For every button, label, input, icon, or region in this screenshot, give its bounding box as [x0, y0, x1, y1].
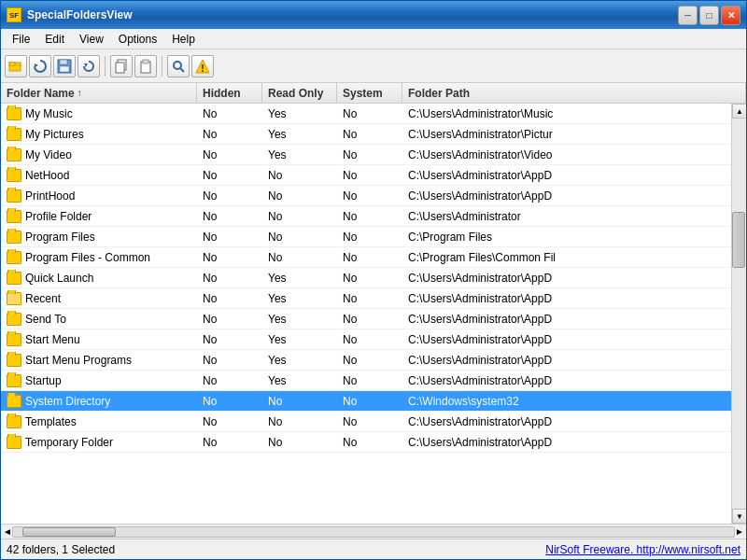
cell-readonly: No: [262, 229, 337, 245]
table-row[interactable]: Recent No Yes No C:\Users\Administrator\…: [1, 288, 731, 309]
cell-system: No: [337, 270, 402, 287]
table-row[interactable]: My Pictures No Yes No C:\Users\Administr…: [1, 124, 731, 145]
hscroll-track[interactable]: [12, 526, 735, 538]
table-row[interactable]: Start Menu Programs No Yes No C:\Users\A…: [1, 350, 731, 371]
reload-button[interactable]: [78, 55, 100, 77]
table-row[interactable]: Program Files No No No C:\Program Files: [1, 227, 731, 247]
table-row[interactable]: Profile Folder No No No C:\Users\Adminis…: [1, 206, 731, 227]
save-button[interactable]: [53, 55, 76, 77]
cell-name: Startup: [1, 372, 197, 389]
row-name: Quick Launch: [25, 272, 93, 285]
cell-readonly: Yes: [262, 126, 337, 143]
row-name: My Music: [25, 107, 73, 120]
menu-help[interactable]: Help: [164, 31, 203, 48]
refresh-button[interactable]: [29, 55, 51, 77]
table-row[interactable]: My Video No Yes No C:\Users\Administrato…: [1, 145, 731, 165]
cell-path: C:\Users\Administrator\AppD: [402, 188, 731, 204]
col-header-hidden[interactable]: Hidden: [197, 83, 262, 103]
table-row[interactable]: NetHood No No No C:\Users\Administrator\…: [1, 165, 731, 186]
table-row[interactable]: Templates No No No C:\Users\Administrato…: [1, 412, 731, 432]
cell-system: No: [337, 229, 402, 245]
col-header-name[interactable]: Folder Name ↑: [1, 83, 197, 103]
svg-point-11: [174, 62, 181, 69]
table-row[interactable]: Program Files - Common No No No C:\Progr…: [1, 247, 731, 268]
table-row[interactable]: PrintHood No No No C:\Users\Administrato…: [1, 186, 731, 206]
scroll-thumb[interactable]: [732, 212, 745, 268]
table-row[interactable]: Quick Launch No Yes No C:\Users\Administ…: [1, 268, 731, 288]
scroll-up-button[interactable]: ▲: [732, 104, 746, 119]
row-name: Program Files - Common: [25, 251, 150, 264]
close-button[interactable]: ✕: [721, 6, 740, 25]
cell-readonly: No: [262, 167, 337, 184]
cell-name: My Pictures: [1, 126, 197, 143]
cell-name: Start Menu Programs: [1, 352, 197, 369]
menu-view[interactable]: View: [72, 31, 111, 48]
table-row[interactable]: Start Menu No Yes No C:\Users\Administra…: [1, 329, 731, 350]
hscroll-left[interactable]: ◄: [3, 526, 12, 537]
list-body[interactable]: My Music No Yes No C:\Users\Administrato…: [1, 104, 731, 524]
search-button[interactable]: [167, 55, 190, 77]
paste-button[interactable]: [134, 55, 157, 77]
folder-icon: [7, 313, 21, 326]
cell-path: C:\Program Files\Common Fil: [402, 249, 731, 266]
status-right-link[interactable]: NirSoft Freeware. http://www.nirsoft.net: [545, 543, 740, 556]
svg-rect-5: [60, 66, 69, 72]
folder-icon: [7, 395, 21, 408]
hscroll-thumb[interactable]: [22, 527, 116, 537]
open-button[interactable]: [5, 55, 27, 77]
folder-icon: [7, 189, 21, 203]
table-row[interactable]: System Directory No No No C:\Windows\sys…: [1, 391, 731, 412]
cell-name: My Music: [1, 105, 197, 122]
copy-button[interactable]: [110, 55, 133, 77]
svg-rect-4: [60, 60, 67, 64]
separator-1: [105, 56, 106, 77]
svg-point-15: [202, 70, 204, 72]
main-body: My Music No Yes No C:\Users\Administrato…: [1, 104, 746, 524]
folder-icon: [7, 107, 21, 120]
horizontal-scrollbar[interactable]: ◄ ►: [1, 524, 746, 539]
cell-path: C:\Users\Administrator\AppD: [402, 413, 731, 430]
row-name: Recent: [25, 292, 61, 305]
cell-path: C:\Users\Administrator: [402, 208, 731, 225]
table-row[interactable]: Send To No Yes No C:\Users\Administrator…: [1, 309, 731, 329]
cell-system: No: [337, 290, 402, 307]
row-name: Profile Folder: [25, 210, 92, 223]
cell-readonly: Yes: [262, 311, 337, 328]
menu-edit[interactable]: Edit: [37, 31, 72, 48]
vertical-scrollbar[interactable]: ▲ ▼: [731, 104, 746, 524]
folder-icon: [7, 210, 21, 223]
row-name: PrintHood: [25, 189, 75, 203]
table-row[interactable]: Temporary Folder No No No C:\Users\Admin…: [1, 432, 731, 453]
table-row[interactable]: My Music No Yes No C:\Users\Administrato…: [1, 104, 731, 124]
minimize-button[interactable]: ─: [678, 6, 698, 25]
folder-icon: [7, 272, 21, 285]
row-name: NetHood: [25, 169, 69, 182]
col-header-readonly[interactable]: Read Only: [262, 83, 337, 103]
cell-path: C:\Users\Administrator\Video: [402, 147, 731, 163]
row-name: Templates: [25, 415, 77, 428]
cell-path: C:\Windows\system32: [402, 393, 731, 410]
cell-system: No: [337, 126, 402, 143]
row-name: Startup: [25, 374, 62, 387]
scroll-down-button[interactable]: ▼: [732, 509, 746, 524]
table-row[interactable]: Startup No Yes No C:\Users\Administrator…: [1, 371, 731, 391]
folder-icon: [7, 333, 21, 346]
cell-hidden: No: [197, 188, 262, 204]
folder-icon: [7, 436, 21, 449]
cell-name: Templates: [1, 413, 197, 430]
row-name: My Pictures: [25, 128, 84, 141]
maximize-button[interactable]: □: [699, 6, 719, 25]
col-header-system[interactable]: System: [337, 83, 402, 103]
action-button[interactable]: [191, 55, 214, 77]
hscroll-right[interactable]: ►: [735, 526, 744, 537]
folder-icon: [7, 374, 21, 387]
row-name: Program Files: [25, 231, 95, 244]
cell-system: No: [337, 167, 402, 184]
menu-file[interactable]: File: [5, 31, 37, 48]
window-controls: ─ □ ✕: [678, 6, 740, 25]
cell-readonly: Yes: [262, 105, 337, 122]
cell-hidden: No: [197, 229, 262, 245]
menu-options[interactable]: Options: [111, 31, 164, 48]
col-header-path[interactable]: Folder Path: [402, 83, 746, 103]
scroll-track[interactable]: [732, 119, 746, 509]
